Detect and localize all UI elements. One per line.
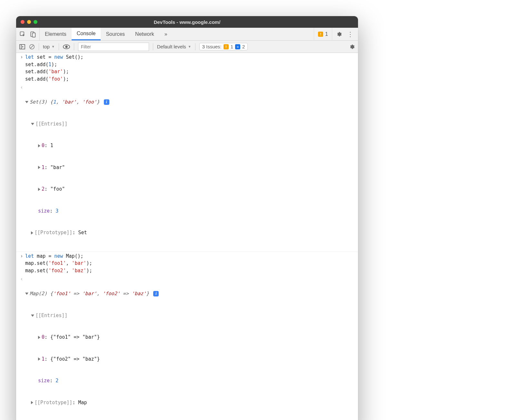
input-marker-icon: › <box>18 54 25 83</box>
code-line: let set = new Set(); set.add(1); set.add… <box>25 54 355 83</box>
live-expression-icon[interactable] <box>63 44 70 49</box>
object-entry[interactable]: 1: "bar" <box>25 164 355 171</box>
expand-toggle-icon[interactable] <box>31 401 33 404</box>
object-entry[interactable]: 2: "foo" <box>25 185 355 193</box>
sidebar-toggle-icon[interactable] <box>19 44 25 49</box>
context-label: top <box>43 44 50 49</box>
object-entries[interactable]: [[Entries]] <box>25 120 355 128</box>
console-output-row: ‹ Set(3) {1, 'bar', 'foo'} i [[Entries]]… <box>16 83 358 252</box>
console-input-row: › let set = new Set(); set.add(1); set.a… <box>16 53 358 83</box>
expand-toggle-icon[interactable] <box>25 101 28 103</box>
info-badge-icon[interactable]: i <box>104 99 109 105</box>
expand-toggle-icon[interactable] <box>31 315 34 317</box>
object-prototype[interactable]: [[Prototype]]: Set <box>25 229 355 236</box>
console-toolbar: top ▼ Default levels ▼ 3 Issues: ! 1 ≡ 2 <box>16 41 358 53</box>
expand-toggle-icon[interactable] <box>25 293 28 295</box>
warnings-count: 1 <box>325 31 328 37</box>
chevron-down-icon: ▼ <box>52 45 55 48</box>
info-icon: ≡ <box>235 44 240 49</box>
console-settings-icon[interactable] <box>349 44 355 50</box>
object-entry[interactable]: 1: {"foo2" => "baz"} <box>25 355 355 363</box>
levels-label: Default levels <box>157 44 186 49</box>
svg-rect-2 <box>32 33 35 37</box>
object-prototype[interactable]: [[Prototype]]: Map <box>25 399 355 406</box>
input-marker-icon: › <box>18 253 25 275</box>
expand-toggle-icon[interactable] <box>31 123 34 125</box>
code-line: let map = new Map(); map.set('foo1', 'ba… <box>25 253 355 275</box>
console-input-row: › let map = new Map(); map.set('foo1', '… <box>16 252 358 275</box>
output-marker-icon: ‹ <box>18 84 25 251</box>
output-marker-icon: ‹ <box>18 275 25 420</box>
info-badge-icon[interactable]: i <box>153 291 159 296</box>
expand-toggle-icon[interactable] <box>38 188 40 191</box>
context-selector[interactable]: top ▼ <box>43 44 55 49</box>
tab-elements[interactable]: Elements <box>40 28 72 40</box>
kebab-menu-icon[interactable]: ⋮ <box>346 30 355 38</box>
levels-selector[interactable]: Default levels ▼ <box>157 44 191 49</box>
maximize-window-button[interactable] <box>34 20 37 24</box>
tab-bar: Elements Console Sources Network » ! 1 ⋮ <box>16 28 358 41</box>
settings-icon[interactable] <box>336 31 342 37</box>
minimize-window-button[interactable] <box>27 20 31 24</box>
tab-more[interactable]: » <box>159 28 173 40</box>
device-toggle-icon[interactable] <box>30 31 36 37</box>
titlebar: DevTools - www.google.com/ <box>16 16 358 28</box>
issues-button[interactable]: 3 Issues: ! 1 ≡ 2 <box>199 43 248 50</box>
clear-console-icon[interactable] <box>29 44 35 50</box>
object-entry[interactable]: 0: 1 <box>25 142 355 149</box>
expand-toggle-icon[interactable] <box>38 166 40 169</box>
object-summary[interactable]: Set(3) {1, 'bar', 'foo'} i <box>25 98 355 106</box>
warning-icon: ! <box>318 32 323 37</box>
close-window-button[interactable] <box>21 20 25 24</box>
expand-toggle-icon[interactable] <box>31 231 33 235</box>
issues-label: 3 Issues: <box>202 44 222 49</box>
filter-input[interactable] <box>78 43 149 51</box>
svg-line-6 <box>31 45 34 48</box>
issue-warn-count: 1 <box>231 44 233 49</box>
window-title: DevTools - www.google.com/ <box>16 19 358 25</box>
devtools-window: DevTools - www.google.com/ Elements Cons… <box>16 16 358 420</box>
warnings-indicator[interactable]: ! 1 <box>314 28 332 40</box>
tab-sources[interactable]: Sources <box>101 28 130 40</box>
tab-console[interactable]: Console <box>72 28 101 40</box>
console-output-row: ‹ Map(2) {'foo1' => 'bar', 'foo2' => 'ba… <box>16 275 358 420</box>
object-entries[interactable]: [[Entries]] <box>25 312 355 319</box>
expand-toggle-icon[interactable] <box>38 357 40 361</box>
object-property: size: 3 <box>25 207 355 215</box>
object-property: size: 2 <box>25 377 355 385</box>
issue-info-count: 2 <box>242 44 245 49</box>
console-body: › let set = new Set(); set.add(1); set.a… <box>16 53 358 420</box>
object-summary[interactable]: Map(2) {'foo1' => 'bar', 'foo2' => 'baz'… <box>25 290 355 297</box>
svg-point-8 <box>65 45 67 48</box>
tab-network[interactable]: Network <box>130 28 159 40</box>
object-entry[interactable]: 0: {"foo1" => "bar"} <box>25 334 355 341</box>
expand-toggle-icon[interactable] <box>38 336 40 339</box>
warning-icon: ! <box>224 44 229 49</box>
traffic-lights <box>21 20 37 24</box>
expand-toggle-icon[interactable] <box>38 144 40 147</box>
chevron-down-icon: ▼ <box>188 45 191 48</box>
inspect-element-icon[interactable] <box>19 31 26 37</box>
